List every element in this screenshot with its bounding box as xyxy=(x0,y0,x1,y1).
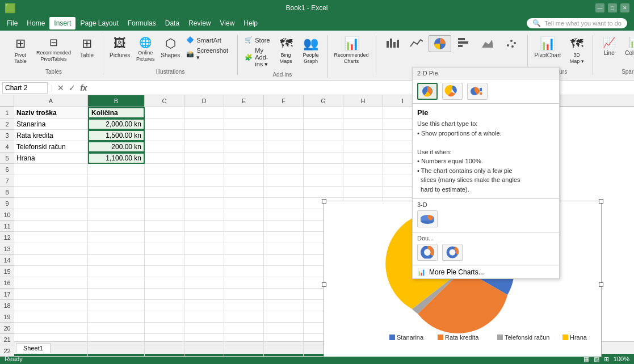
online-pictures-button[interactable]: 🌐 OnlinePictures xyxy=(134,35,157,64)
cell-g1[interactable] xyxy=(304,107,343,118)
cell-a2[interactable]: Stanarina xyxy=(14,118,88,130)
row-header-5[interactable]: 5 xyxy=(0,153,14,164)
cell-c3[interactable] xyxy=(145,130,184,141)
row-header-13[interactable]: 13 xyxy=(0,243,14,255)
cell-f3[interactable] xyxy=(264,130,304,141)
cell-c2[interactable] xyxy=(145,118,184,130)
doughnut-exploded-button[interactable] xyxy=(442,244,463,261)
row-header-9[interactable]: 9 xyxy=(0,198,14,209)
insert-pie-chart-button[interactable] xyxy=(429,35,451,52)
insert-bar-chart-button[interactable] xyxy=(452,35,475,51)
function-icon[interactable]: fx xyxy=(79,83,88,92)
pie-2d-button[interactable] xyxy=(417,83,438,100)
cell-h4[interactable] xyxy=(343,141,383,153)
cell-b6[interactable] xyxy=(88,164,145,175)
line-sparkline-button[interactable]: 📈 Line xyxy=(598,35,620,57)
row-header-16[interactable]: 16 xyxy=(0,277,14,289)
row-header-12[interactable]: 12 xyxy=(0,232,14,243)
resize-handle-topright[interactable] xyxy=(599,199,603,204)
bing-maps-button[interactable]: 🗺 BingMaps xyxy=(275,35,297,66)
menu-view[interactable]: View xyxy=(216,17,240,29)
insert-area-chart-button[interactable] xyxy=(476,35,499,51)
cell-g4[interactable] xyxy=(304,141,343,153)
cell-e4[interactable] xyxy=(224,141,264,153)
row-header-10[interactable]: 10 xyxy=(0,209,14,221)
col-header-f[interactable]: F xyxy=(264,95,304,107)
row-header-2[interactable]: 2 xyxy=(0,118,14,130)
cell-f2[interactable] xyxy=(264,118,304,130)
3d-map-button[interactable]: 🗺 3DMap ▾ xyxy=(565,35,588,66)
menu-data[interactable]: Data xyxy=(161,17,184,29)
cell-b2[interactable]: 2,000.00 kn xyxy=(88,118,145,130)
resize-handle-right[interactable] xyxy=(599,282,603,287)
row-header-7[interactable]: 7 xyxy=(0,175,14,187)
my-addins-button[interactable]: 🧩 My Add-ins ▾ xyxy=(242,46,272,69)
row-header-1[interactable]: 1 xyxy=(0,107,14,118)
row-header-19[interactable]: 19 xyxy=(0,311,14,323)
cell-g5[interactable] xyxy=(304,153,343,164)
row-header-15[interactable]: 15 xyxy=(0,266,14,277)
cell-h3[interactable] xyxy=(343,130,383,141)
screenshot-button[interactable]: 📸 Screenshot ▾ xyxy=(184,46,233,62)
col-header-e[interactable]: E xyxy=(224,95,264,107)
col-header-d[interactable]: D xyxy=(184,95,224,107)
cell-b1[interactable]: Količina xyxy=(88,107,145,118)
col-header-h[interactable]: H xyxy=(343,95,383,107)
insert-column-chart-button[interactable] xyxy=(381,35,404,51)
cell-b3[interactable]: 1,500.00 kn xyxy=(88,130,145,141)
menu-home[interactable]: Home xyxy=(22,17,49,29)
pie-exploded-button[interactable] xyxy=(442,83,463,100)
more-pie-charts-button[interactable]: 📊 More Pie Charts... xyxy=(413,265,559,278)
col-header-g[interactable]: G xyxy=(304,95,343,107)
cancel-icon[interactable]: ✕ xyxy=(56,83,65,92)
row-header-22[interactable]: 22 xyxy=(0,345,14,357)
cell-c4[interactable] xyxy=(145,141,184,153)
cell-d4[interactable] xyxy=(184,141,224,153)
resize-handle-topleft[interactable] xyxy=(322,199,326,204)
cell-f4[interactable] xyxy=(264,141,304,153)
cell-d5[interactable] xyxy=(184,153,224,164)
cell-c1[interactable] xyxy=(145,107,184,118)
cell-d2[interactable] xyxy=(184,118,224,130)
col-header-a[interactable]: A xyxy=(14,95,88,107)
cell-g2[interactable] xyxy=(304,118,343,130)
people-graph-button[interactable]: 👥 PeopleGraph xyxy=(300,35,322,66)
pie-3d-button[interactable] xyxy=(417,210,438,227)
row-header-11[interactable]: 11 xyxy=(0,221,14,232)
maximize-button[interactable]: □ xyxy=(608,3,617,12)
cell-a6[interactable] xyxy=(14,164,88,175)
cell-f5[interactable] xyxy=(264,153,304,164)
menu-file[interactable]: File xyxy=(2,17,22,29)
menu-review[interactable]: Review xyxy=(184,17,215,29)
column-sparkline-button[interactable]: 📊 Column xyxy=(623,35,634,57)
insert-scatter-chart-button[interactable] xyxy=(500,35,523,51)
resize-handle-left[interactable] xyxy=(322,282,326,287)
col-header-b[interactable]: B xyxy=(88,95,145,107)
insert-line-chart-button[interactable] xyxy=(405,35,427,51)
cell-e1[interactable] xyxy=(224,107,264,118)
menu-pagelayout[interactable]: Page Layout xyxy=(75,17,123,29)
pivottable-button[interactable]: ⊞ PivotTable xyxy=(9,35,32,66)
cell-a4[interactable]: Telefonski račun xyxy=(14,141,88,153)
cell-e5[interactable] xyxy=(224,153,264,164)
cell-d1[interactable] xyxy=(184,107,224,118)
menu-help[interactable]: Help xyxy=(239,17,262,29)
smartart-button[interactable]: 🔷 SmartArt xyxy=(184,35,233,45)
row-header-8[interactable]: 8 xyxy=(0,187,14,198)
cell-e3[interactable] xyxy=(224,130,264,141)
store-button[interactable]: 🛒 Store xyxy=(242,35,272,45)
minimize-button[interactable]: — xyxy=(595,3,604,12)
cell-a5[interactable]: Hrana xyxy=(14,153,88,164)
cell-b4[interactable]: 200.00 kn xyxy=(88,141,145,153)
row-header-21[interactable]: 21 xyxy=(0,334,14,345)
shapes-button[interactable]: ⬡ Shapes xyxy=(159,35,182,60)
row-header-6[interactable]: 6 xyxy=(0,164,14,175)
cell-a3[interactable]: Rata kredita xyxy=(14,130,88,141)
row-header-14[interactable]: 14 xyxy=(0,255,14,266)
pie-bar-button[interactable] xyxy=(467,83,488,100)
name-box[interactable] xyxy=(2,82,48,94)
cell-h5[interactable] xyxy=(343,153,383,164)
menu-insert[interactable]: Insert xyxy=(49,17,75,29)
cell-g3[interactable] xyxy=(304,130,343,141)
pivotchart-button[interactable]: 📊 PivotChart xyxy=(532,35,564,60)
